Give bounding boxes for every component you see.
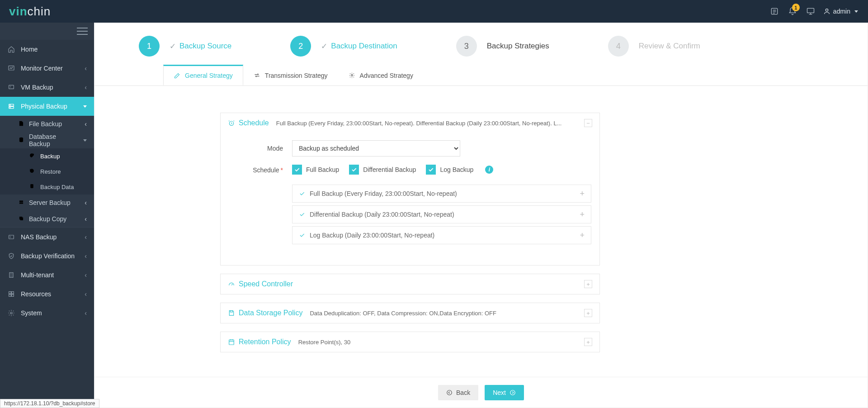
topbar: vinchin 1 admin xyxy=(0,0,868,23)
home-icon xyxy=(7,46,15,53)
tab-advanced-strategy[interactable]: Advanced Strategy xyxy=(338,65,424,85)
step-backup-source[interactable]: 1 ✓Backup Source xyxy=(139,36,231,57)
edit-icon xyxy=(174,72,180,79)
sidebar-item-backup-verification[interactable]: Backup Verification ‹ xyxy=(0,247,94,266)
panel-title: Data Storage Policy xyxy=(239,309,302,317)
chevron-down-icon xyxy=(83,139,87,142)
panel-title: Retention Policy xyxy=(239,338,291,346)
sidebar-item-label: Backup Data xyxy=(40,184,74,190)
speed-controller-header[interactable]: Speed Controller + xyxy=(221,274,599,294)
panel-summary: Full Backup (Every Friday, 23:00:00Start… xyxy=(276,120,580,127)
svg-point-2 xyxy=(826,9,828,11)
svg-rect-17 xyxy=(9,292,11,294)
user-menu[interactable]: admin xyxy=(823,8,858,15)
arrow-right-icon xyxy=(509,389,516,396)
schedule-row-log[interactable]: Log Backup (Daily 23:00:00Start, No-repe… xyxy=(292,226,591,244)
back-button[interactable]: Back xyxy=(438,385,478,400)
required-marker: * xyxy=(281,166,283,174)
user-name: admin xyxy=(833,8,850,15)
info-icon[interactable]: i xyxy=(485,166,493,174)
sidebar-item-label: Database Backup xyxy=(29,133,78,147)
sidebar-item-multi-tenant[interactable]: Multi-tenant ‹ xyxy=(0,266,94,285)
svg-rect-4 xyxy=(9,85,14,89)
sidebar-item-nas-backup[interactable]: NAS Backup ‹ xyxy=(0,228,94,247)
panel-scroll-area[interactable]: Schedule Full Backup (Every Friday, 23:0… xyxy=(94,103,868,377)
brand-suffix: chin xyxy=(28,5,51,18)
expand-icon: + xyxy=(584,280,592,288)
chevron-left-icon: ‹ xyxy=(85,199,87,206)
tab-general-strategy[interactable]: General Strategy xyxy=(163,65,243,85)
chevron-left-icon: ‹ xyxy=(85,271,87,279)
sidebar-item-label: Resources xyxy=(21,290,51,298)
arrow-left-icon xyxy=(446,389,453,396)
sidebar-item-database-backup[interactable]: Database Backup xyxy=(0,132,94,148)
data-storage-policy-header[interactable]: Data Storage Policy Data Deduplication: … xyxy=(221,303,599,323)
sidebar-item-system[interactable]: System ‹ xyxy=(0,304,94,323)
step-number: 4 xyxy=(608,36,629,57)
svg-point-26 xyxy=(447,390,452,395)
sidebar-item-file-backup[interactable]: File Backup ‹ xyxy=(0,116,94,132)
step-backup-destination[interactable]: 2 ✓Backup Destination xyxy=(290,36,397,57)
schedule-row-differential[interactable]: Differential Backup (Daily 23:00:00Start… xyxy=(292,205,591,223)
button-label: Back xyxy=(456,389,470,396)
copy-icon xyxy=(18,215,24,223)
sidebar-item-backup-copy[interactable]: Backup Copy ‹ xyxy=(0,211,94,227)
sidebar-item-label: Restore xyxy=(40,168,61,175)
checkbox-differential-backup[interactable]: Differential Backup xyxy=(349,165,416,175)
svg-point-8 xyxy=(10,107,10,108)
retention-policy-header[interactable]: Retention Policy Restore Point(s), 30 + xyxy=(221,332,599,352)
tab-label: Transmission Strategy xyxy=(265,72,328,79)
tab-label: Advanced Strategy xyxy=(360,72,413,79)
sidebar-item-label: VM Backup xyxy=(21,84,53,91)
sidebar-item-physical-backup[interactable]: Physical Backup xyxy=(0,97,94,116)
schedule-panel: Schedule Full Backup (Every Friday, 23:0… xyxy=(220,113,600,266)
chevron-left-icon: ‹ xyxy=(85,309,87,317)
schedule-panel-header[interactable]: Schedule Full Backup (Every Friday, 23:0… xyxy=(221,113,599,133)
panel-summary: Restore Point(s), 30 xyxy=(298,339,580,346)
check-icon: ✓ xyxy=(170,42,176,51)
monitor-icon[interactable] xyxy=(802,0,820,23)
grid-icon xyxy=(7,290,15,298)
sidebar-item-home[interactable]: Home xyxy=(0,40,94,59)
next-button[interactable]: Next xyxy=(485,385,524,400)
sidebar-item-label: Server Backup xyxy=(29,199,71,206)
brand-logo: vinchin xyxy=(9,5,51,19)
list-icon[interactable] xyxy=(765,0,783,23)
svg-point-27 xyxy=(510,390,515,395)
expand-icon: + xyxy=(580,231,585,240)
schedule-row-full[interactable]: Full Backup (Every Friday, 23:00:00Start… xyxy=(292,185,591,203)
mode-select[interactable]: Backup as scheduled xyxy=(292,140,460,157)
sidebar-item-label: Home xyxy=(21,46,38,53)
sidebar-item-backup[interactable]: Backup xyxy=(0,148,94,164)
alarm-icon xyxy=(228,119,235,127)
checkbox-full-backup[interactable]: Full Backup xyxy=(292,165,339,175)
svg-rect-11 xyxy=(19,200,23,202)
sidebar-item-monitor-center[interactable]: Monitor Center ‹ xyxy=(0,59,94,78)
step-number: 3 xyxy=(456,36,477,57)
schedule-row-label: Full Backup (Every Friday, 23:00:00Start… xyxy=(310,190,575,197)
check-icon xyxy=(299,211,305,218)
chevron-down-icon xyxy=(854,10,858,13)
data-storage-policy-panel: Data Storage Policy Data Deduplication: … xyxy=(220,303,600,323)
building-icon xyxy=(7,271,15,279)
step-backup-strategies[interactable]: 3 Backup Strategies xyxy=(456,36,549,57)
sidebar: Home Monitor Center ‹ VM Backup ‹ Physic… xyxy=(0,23,94,408)
sidebar-item-label: Multi-tenant xyxy=(21,271,54,279)
chevron-left-icon: ‹ xyxy=(85,84,87,91)
step-review-confirm[interactable]: 4 Review & Confirm xyxy=(608,36,700,57)
step-number: 2 xyxy=(290,36,311,57)
sidebar-item-vm-backup[interactable]: VM Backup ‹ xyxy=(0,78,94,97)
sidebar-item-server-backup[interactable]: Server Backup ‹ xyxy=(0,195,94,211)
notifications-icon[interactable]: 1 xyxy=(783,0,802,23)
sidebar-item-backup-data[interactable]: Backup Data xyxy=(0,179,94,195)
checkbox-label: Differential Backup xyxy=(363,166,416,173)
step-label: Backup Strategies xyxy=(487,42,549,51)
sidebar-toggle[interactable] xyxy=(0,23,94,40)
tab-transmission-strategy[interactable]: Transmission Strategy xyxy=(243,65,338,85)
svg-rect-25 xyxy=(229,340,234,345)
save-icon xyxy=(228,309,235,317)
step-label: Backup Destination xyxy=(331,42,397,51)
sidebar-item-restore[interactable]: Restore xyxy=(0,164,94,179)
sidebar-item-resources[interactable]: Resources ‹ xyxy=(0,285,94,304)
checkbox-log-backup[interactable]: Log Backup xyxy=(426,165,473,175)
